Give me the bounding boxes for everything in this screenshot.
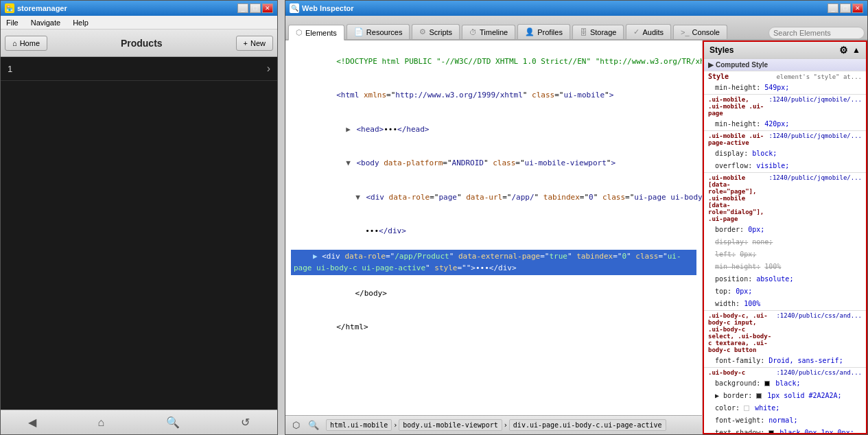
breadcrumb-div[interactable]: div.ui-page.ui-body-c.ui-page-active	[509, 419, 666, 431]
tab-storage-label: Storage	[590, 28, 617, 36]
html-line-body: ▼ <body data-platform="ANDROID" class="u…	[291, 147, 696, 181]
style-section-body-c-font: .ui-body-c, .ui-body-c input, .ui-body-c…	[704, 311, 866, 368]
html-line-dots: •••</div>	[291, 215, 696, 249]
menu-file[interactable]: File	[3, 18, 21, 27]
html-line-html-close: </html>	[291, 311, 696, 345]
inspector-close-button[interactable]: ✕	[852, 3, 863, 13]
style-rule-display1: display: block;	[704, 148, 866, 160]
styles-gear-icon[interactable]: ⚙	[839, 45, 848, 56]
style-rule-overflow: overflow: visible;	[704, 160, 866, 172]
maximize-button[interactable]: □	[250, 3, 261, 13]
store-manager-title-area: 🏪 storemanager	[5, 3, 67, 13]
style-rule-fontweight: font-weight: normal;	[704, 414, 866, 427]
home-label: Home	[20, 39, 40, 47]
search-elements-input[interactable]	[769, 27, 865, 39]
new-label: New	[250, 39, 266, 47]
plus-icon: +	[244, 39, 248, 47]
web-inspector-window: 🔍 Web Inspector _ □ ✕ ⬡ Elements 📄 Resou…	[285, 0, 868, 435]
refresh-button[interactable]: ↺	[241, 416, 250, 429]
selected-html-element[interactable]: ▶ <div data-role="/app/Product" data-ext…	[291, 250, 696, 275]
background-swatch	[764, 381, 770, 386]
timeline-icon: ⏱	[469, 28, 477, 36]
html-line-head: ▶ <head>•••</head>	[291, 113, 696, 147]
tab-storage[interactable]: 🗄 Storage	[572, 25, 624, 39]
tab-scripts-label: Scripts	[429, 28, 452, 36]
inspector-maximize-button[interactable]: □	[840, 3, 851, 13]
style-section-computed: ▶ Computed Style	[704, 59, 866, 71]
style-section-body-c: .ui-body-c :1240/public/css/and... backg…	[704, 368, 866, 433]
tab-timeline[interactable]: ⏱ Timeline	[462, 25, 515, 39]
inspector-tabs: ⬡ Elements 📄 Resources ⚙ Scripts ⏱ Timel…	[285, 16, 867, 40]
tab-audits[interactable]: ✓ Audits	[626, 24, 671, 39]
style-rule-width: width: 100%	[704, 298, 866, 310]
tab-profiles[interactable]: 👤 Profiles	[517, 24, 570, 39]
style-rule-color: color: white;	[704, 402, 866, 414]
store-manager-window: 🏪 storemanager _ □ ✕ File Navigate Help …	[0, 0, 278, 435]
inspector-titlebar: 🔍 Web Inspector _ □ ✕	[285, 1, 867, 16]
body-c-font-selector: .ui-body-c, .ui-body-c input, .ui-body-c…	[708, 312, 773, 353]
store-toolbar: ⌂ Home Products + New	[1, 30, 277, 57]
tab-scripts[interactable]: ⚙ Scripts	[412, 24, 460, 39]
page-active-selector: .ui-mobile .ui-page-active	[708, 132, 766, 146]
style-rule-top: top: 0px;	[704, 285, 866, 298]
styles-collapse-icon[interactable]: ▲	[852, 45, 860, 55]
computed-triangle: ▶	[708, 61, 714, 69]
tab-resources[interactable]: 📄 Resources	[347, 24, 410, 39]
inspector-minimize-button[interactable]: _	[828, 3, 838, 13]
scripts-icon: ⚙	[419, 27, 426, 36]
style-rule-minheight2: min-height: 420px;	[704, 118, 866, 130]
tab-audits-label: Audits	[642, 28, 664, 36]
html-line-doctype: <!DOCTYPE html PUBLIC "-//W3C//DTD XHTML…	[291, 45, 696, 79]
style-rule-position: position: absolute;	[704, 273, 866, 285]
resources-icon: 📄	[354, 27, 364, 36]
tab-elements[interactable]: ⬡ Elements	[288, 25, 344, 40]
tab-console[interactable]: >_ Console	[673, 25, 727, 39]
close-button[interactable]: ✕	[262, 3, 273, 13]
store-footer: ◀ ⌂ 🔍 ↺	[1, 410, 277, 434]
style-rule-textshadow: text-shadow: black 0px 1px 0px;	[704, 427, 866, 433]
page-active-source: :1240/public/jqmobile/...	[769, 132, 862, 139]
minimize-button[interactable]: _	[237, 3, 248, 13]
tab-profiles-label: Profiles	[537, 28, 563, 36]
body-c-selector: .ui-body-c	[708, 369, 745, 376]
style-attr-source: element's "style" at...	[776, 73, 862, 80]
breadcrumb-html[interactable]: html.ui-mobile	[326, 419, 392, 431]
computed-style-header[interactable]: ▶ Computed Style	[704, 59, 866, 71]
tab-timeline-label: Timeline	[480, 28, 508, 36]
style-rule-background: background: black;	[704, 377, 866, 390]
html-line-html: <html xmlns="http://www.w3.org/1999/xhtm…	[291, 79, 696, 113]
search-button[interactable]: 🔍	[166, 416, 180, 429]
breadcrumb-path: html.ui-mobile › body.ui-mobile-viewport…	[326, 419, 666, 431]
search-icon-button[interactable]: 🔍	[305, 419, 322, 432]
audits-icon: ✓	[633, 27, 640, 36]
breadcrumb-sep-2: ›	[504, 421, 508, 429]
html-content: <!DOCTYPE html PUBLIC "-//W3C//DTD XHTML…	[285, 40, 702, 415]
home-footer-button[interactable]: ⌂	[97, 416, 104, 429]
style-section-ui-mobile-page: .ui-mobile, .ui-mobile .ui-page :1240/pu…	[704, 95, 866, 131]
elements-icon: ⬡	[296, 28, 303, 37]
style-attr-selector: Style	[708, 73, 729, 80]
inspect-icon-button[interactable]: ⬡	[290, 419, 303, 432]
style-rule-minheight3: min-height: 100%	[704, 261, 866, 273]
menu-help[interactable]: Help	[70, 18, 91, 27]
ui-mobile-page-header: .ui-mobile, .ui-mobile .ui-page :1240/pu…	[704, 95, 866, 118]
new-button[interactable]: + New	[236, 36, 273, 51]
color-swatch	[744, 405, 749, 411]
inspector-window-controls: _ □ ✕	[828, 3, 863, 13]
data-role-header: .ui-mobile [data-role="page"], .ui-mobil…	[704, 173, 866, 224]
back-button[interactable]: ◀	[28, 416, 36, 429]
menu-navigate[interactable]: Navigate	[28, 18, 63, 27]
tab-console-label: Console	[692, 28, 720, 36]
list-item[interactable]: 1 ›	[1, 57, 277, 81]
textshadow-swatch	[769, 430, 774, 433]
store-manager-icon: 🏪	[5, 3, 14, 13]
breadcrumb-body[interactable]: body.ui-mobile-viewport	[399, 419, 502, 431]
style-rule-border: border: 0px;	[704, 224, 866, 236]
console-icon: >_	[681, 28, 690, 36]
style-section-page-active: .ui-mobile .ui-page-active :1240/public/…	[704, 131, 866, 173]
home-button[interactable]: ⌂ Home	[5, 36, 47, 51]
body-c-header: .ui-body-c :1240/public/css/and...	[704, 368, 866, 377]
computed-label: Computed Style	[716, 61, 768, 69]
profiles-icon: 👤	[525, 27, 535, 36]
html-panel: <!DOCTYPE html PUBLIC "-//W3C//DTD XHTML…	[285, 40, 703, 434]
